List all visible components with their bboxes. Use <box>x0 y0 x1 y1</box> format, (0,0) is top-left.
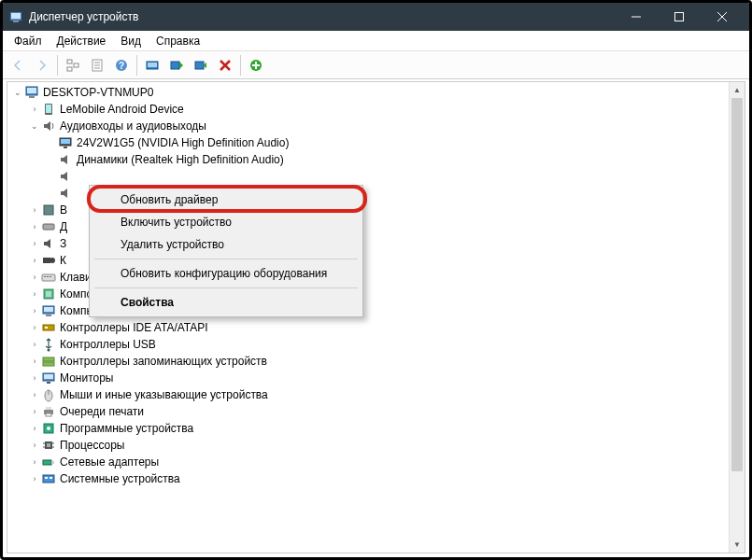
menu-file[interactable]: Файл <box>7 33 50 49</box>
audio-device-icon <box>58 186 73 201</box>
close-button[interactable] <box>701 3 744 31</box>
svg-rect-29 <box>44 205 53 215</box>
svg-rect-53 <box>46 407 51 410</box>
update-driver-button[interactable] <box>165 54 188 77</box>
add-hardware-button[interactable] <box>245 54 267 77</box>
tree-item[interactable]: › LeMobile Android Device <box>7 101 745 118</box>
toolbar-separator <box>240 55 241 76</box>
tree-item[interactable]: › Процессоры <box>7 437 745 454</box>
scroll-track[interactable] <box>730 98 745 537</box>
expand-icon[interactable]: › <box>28 220 41 233</box>
menu-view[interactable]: Вид <box>113 33 149 49</box>
tree-item[interactable]: ⌄ Аудиовходы и аудиовыходы <box>7 118 745 134</box>
software-component-icon <box>41 287 56 301</box>
device-tree[interactable]: ⌄ DESKTOP-VTNMUP0 › LeMobile Android Dev… <box>7 82 745 553</box>
svg-rect-40 <box>44 307 53 312</box>
expand-icon[interactable]: › <box>28 405 41 418</box>
svg-rect-48 <box>44 374 53 379</box>
window-title: Диспетчер устройств <box>29 10 615 23</box>
vertical-scrollbar[interactable]: ▲ ▼ <box>729 82 745 553</box>
expand-icon[interactable]: › <box>28 455 41 469</box>
uninstall-button[interactable] <box>214 54 236 77</box>
forward-button <box>31 54 53 77</box>
printer-icon <box>41 404 56 419</box>
expand-icon[interactable]: › <box>28 203 41 217</box>
menu-help[interactable]: Справка <box>149 33 207 49</box>
tree-item[interactable]: › Программные устройства <box>7 420 745 437</box>
tree-item[interactable]: › Контроллеры IDE ATA/ATAPI <box>7 319 745 336</box>
svg-rect-38 <box>46 291 51 297</box>
scroll-down-arrow[interactable]: ▼ <box>730 537 745 553</box>
expand-icon[interactable]: › <box>28 388 41 401</box>
device-icon <box>41 203 56 217</box>
expand-icon[interactable]: › <box>28 371 41 385</box>
tree-label: Сетевые адаптеры <box>60 455 745 469</box>
context-separator <box>94 287 358 288</box>
tree-item[interactable]: 24V2W1G5 (NVIDIA High Definition Audio) <box>7 134 745 151</box>
expand-icon[interactable]: › <box>28 355 41 368</box>
scan-hardware-button[interactable] <box>141 54 163 77</box>
expand-icon[interactable]: › <box>28 254 41 267</box>
tree-item[interactable]: › Системные устройства <box>7 470 745 487</box>
audio-icon <box>41 119 56 133</box>
show-tree-button[interactable] <box>62 54 84 77</box>
expand-icon[interactable]: › <box>28 439 41 452</box>
tree-item-obscured[interactable] <box>7 168 745 185</box>
expand-icon[interactable]: › <box>28 472 41 485</box>
expand-icon[interactable]: › <box>28 103 41 116</box>
expand-icon[interactable]: › <box>28 338 41 351</box>
app-icon <box>8 9 23 24</box>
context-properties[interactable]: Свойства <box>92 291 360 314</box>
enable-device-button[interactable] <box>190 54 212 77</box>
processor-icon <box>41 438 56 453</box>
svg-rect-23 <box>29 96 35 98</box>
android-device-icon <box>41 102 56 117</box>
tree-root[interactable]: ⌄ DESKTOP-VTNMUP0 <box>7 84 745 101</box>
menu-action[interactable]: Действие <box>50 33 114 49</box>
tree-label: Контроллеры IDE ATA/ATAPI <box>60 321 745 334</box>
svg-rect-41 <box>46 315 51 316</box>
svg-rect-25 <box>46 105 51 113</box>
expand-icon[interactable]: › <box>28 271 41 284</box>
properties-button[interactable] <box>86 54 108 77</box>
context-enable-device[interactable]: Включить устройство <box>92 211 360 233</box>
help-toolbar-button[interactable]: ? <box>110 54 133 77</box>
context-update-driver[interactable]: Обновить драйвер <box>92 189 360 211</box>
maximize-button[interactable] <box>658 3 701 31</box>
svg-rect-67 <box>50 477 52 479</box>
svg-rect-9 <box>74 63 78 67</box>
scroll-up-arrow[interactable]: ▲ <box>730 82 745 98</box>
expand-icon[interactable]: › <box>28 237 41 250</box>
software-device-icon <box>41 421 56 436</box>
context-uninstall-device[interactable]: Удалить устройство <box>92 233 360 256</box>
tree-item[interactable]: › Мыши и иные указывающие устройства <box>7 386 745 403</box>
expand-icon[interactable]: › <box>28 287 41 301</box>
expand-icon[interactable]: › <box>28 422 41 435</box>
tree-label: Мыши и иные указывающие устройства <box>60 388 745 401</box>
svg-rect-2 <box>13 21 19 22</box>
svg-rect-63 <box>43 460 51 465</box>
svg-rect-58 <box>47 443 50 447</box>
collapse-icon[interactable]: ⌄ <box>11 86 24 99</box>
collapse-icon[interactable]: ⌄ <box>28 119 41 133</box>
context-scan-hardware[interactable]: Обновить конфигурацию оборудования <box>92 262 360 285</box>
tree-label: Очереди печати <box>60 405 745 418</box>
minimize-button[interactable] <box>615 3 658 31</box>
tree-label: Программные устройства <box>60 422 745 435</box>
system-device-icon <box>41 471 56 486</box>
tree-item[interactable]: › Контроллеры запоминающих устройств <box>7 353 745 370</box>
tree-item[interactable]: › Очереди печати <box>7 403 745 420</box>
svg-point-32 <box>50 258 55 263</box>
expand-icon[interactable]: › <box>28 321 41 334</box>
tree-item[interactable]: › Сетевые адаптеры <box>7 454 745 470</box>
expand-icon[interactable]: › <box>28 304 41 317</box>
tree-item[interactable]: Динамики (Realtek High Definition Audio) <box>7 151 745 168</box>
scroll-thumb[interactable] <box>731 98 743 471</box>
title-bar: Диспетчер устройств <box>3 3 749 31</box>
svg-point-44 <box>48 349 50 352</box>
tree-label: Аудиовходы и аудиовыходы <box>60 119 745 133</box>
tree-item[interactable]: › Контроллеры USB <box>7 336 745 353</box>
svg-rect-43 <box>45 327 48 329</box>
svg-rect-30 <box>43 224 54 230</box>
tree-item[interactable]: › Мониторы <box>7 370 745 386</box>
